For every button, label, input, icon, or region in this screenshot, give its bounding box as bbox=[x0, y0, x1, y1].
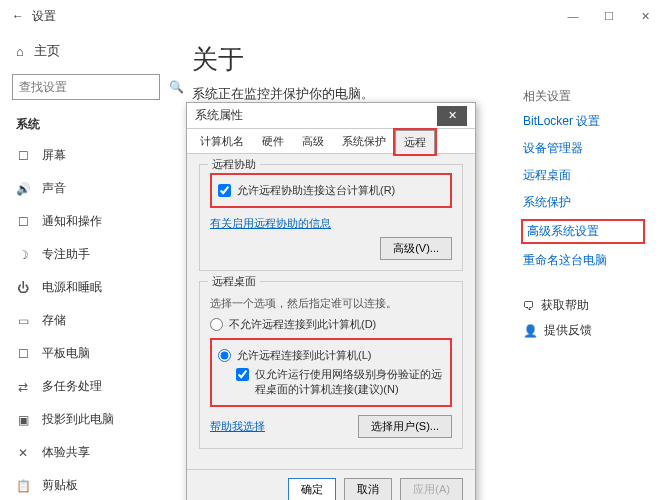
sidebar-item-7[interactable]: ⇄多任务处理 bbox=[0, 370, 172, 403]
sidebar-item-3[interactable]: ☽专注助手 bbox=[0, 238, 172, 271]
tab-system-protect[interactable]: 系统保护 bbox=[333, 129, 395, 153]
nav-label: 通知和操作 bbox=[42, 213, 102, 230]
allow-remote-label: 允许远程连接到此计算机(L) bbox=[237, 348, 371, 363]
nav-label: 多任务处理 bbox=[42, 378, 102, 395]
tab-remote[interactable]: 远程 bbox=[395, 130, 435, 154]
nav-icon: ☽ bbox=[16, 248, 30, 262]
allow-remote-assist-label: 允许远程协助连接这台计算机(R) bbox=[237, 183, 395, 198]
nav-label: 存储 bbox=[42, 312, 66, 329]
allow-remote-assist-checkbox[interactable] bbox=[218, 184, 231, 197]
maximize-button[interactable]: ☐ bbox=[591, 0, 627, 32]
apply-button[interactable]: 应用(A) bbox=[400, 478, 463, 500]
dialog-title: 系统属性 bbox=[195, 107, 243, 124]
sidebar-item-0[interactable]: ☐屏幕 bbox=[0, 139, 172, 172]
remote-assist-group: 远程协助 允许远程协助连接这台计算机(R) 有关启用远程协助的信息 高级(V).… bbox=[199, 164, 463, 271]
nav-label: 声音 bbox=[42, 180, 66, 197]
remote-desktop-note: 选择一个选项，然后指定谁可以连接。 bbox=[210, 296, 452, 311]
dialog-tabs: 计算机名 硬件 高级 系统保护 远程 bbox=[187, 129, 475, 154]
nav-label: 平板电脑 bbox=[42, 345, 90, 362]
dialog-close-button[interactable]: ✕ bbox=[437, 106, 467, 126]
help-me-choose-link[interactable]: 帮助我选择 bbox=[210, 419, 265, 434]
home-link[interactable]: ⌂ 主页 bbox=[0, 36, 172, 66]
help-link[interactable]: 🗨获取帮助 bbox=[523, 297, 643, 314]
feedback-icon: 👤 bbox=[523, 324, 538, 338]
rlink-bitlocker[interactable]: BitLocker 设置 bbox=[523, 113, 643, 130]
remote-assist-legend: 远程协助 bbox=[208, 157, 260, 172]
close-button[interactable]: ✕ bbox=[627, 0, 663, 32]
tab-hardware[interactable]: 硬件 bbox=[253, 129, 293, 153]
sidebar-item-8[interactable]: ▣投影到此电脑 bbox=[0, 403, 172, 436]
remote-assist-advanced-button[interactable]: 高级(V)... bbox=[380, 237, 452, 260]
nav-icon: 📋 bbox=[16, 479, 30, 493]
tab-computer-name[interactable]: 计算机名 bbox=[191, 129, 253, 153]
system-properties-dialog: 系统属性 ✕ 计算机名 硬件 高级 系统保护 远程 远程协助 允许远程协助连接这… bbox=[186, 102, 476, 500]
search-input[interactable] bbox=[19, 80, 169, 94]
cancel-button[interactable]: 取消 bbox=[344, 478, 392, 500]
disallow-remote-label: 不允许远程连接到此计算机(D) bbox=[229, 317, 376, 332]
ok-button[interactable]: 确定 bbox=[288, 478, 336, 500]
window-titlebar: ← 设置 — ☐ ✕ bbox=[0, 0, 663, 32]
nav-label: 投影到此电脑 bbox=[42, 411, 114, 428]
minimize-button[interactable]: — bbox=[555, 0, 591, 32]
home-icon: ⌂ bbox=[16, 44, 24, 59]
nav-icon: ⇄ bbox=[16, 380, 30, 394]
nav-icon: ✕ bbox=[16, 446, 30, 460]
nav-label: 剪贴板 bbox=[42, 477, 78, 494]
home-label: 主页 bbox=[34, 42, 60, 60]
nav-icon: ▣ bbox=[16, 413, 30, 427]
feedback-link[interactable]: 👤提供反馈 bbox=[523, 322, 643, 339]
sidebar-item-4[interactable]: ⏻电源和睡眠 bbox=[0, 271, 172, 304]
sidebar: ⌂ 主页 🔍 系统 ☐屏幕🔊声音☐通知和操作☽专注助手⏻电源和睡眠▭存储☐平板电… bbox=[0, 32, 172, 500]
sidebar-item-10[interactable]: 📋剪贴板 bbox=[0, 469, 172, 500]
tab-advanced[interactable]: 高级 bbox=[293, 129, 333, 153]
nav-icon: ☐ bbox=[16, 149, 30, 163]
help-icon: 🗨 bbox=[523, 299, 535, 313]
page-title: 关于 bbox=[192, 42, 643, 77]
sidebar-item-2[interactable]: ☐通知和操作 bbox=[0, 205, 172, 238]
related-settings: 相关设置 BitLocker 设置 设备管理器 远程桌面 系统保护 高级系统设置… bbox=[523, 88, 643, 347]
related-title: 相关设置 bbox=[523, 88, 643, 105]
sidebar-item-1[interactable]: 🔊声音 bbox=[0, 172, 172, 205]
sidebar-item-9[interactable]: ✕体验共享 bbox=[0, 436, 172, 469]
nla-checkbox[interactable] bbox=[236, 368, 249, 381]
remote-desktop-group: 远程桌面 选择一个选项，然后指定谁可以连接。 不允许远程连接到此计算机(D) 允… bbox=[199, 281, 463, 449]
remote-desktop-legend: 远程桌面 bbox=[208, 274, 260, 289]
select-users-button[interactable]: 选择用户(S)... bbox=[358, 415, 452, 438]
allow-remote-radio[interactable] bbox=[218, 349, 231, 362]
rlink-device-manager[interactable]: 设备管理器 bbox=[523, 140, 643, 157]
nav-label: 屏幕 bbox=[42, 147, 66, 164]
window-title: 设置 bbox=[32, 8, 56, 25]
nav-icon: ▭ bbox=[16, 314, 30, 328]
rlink-remote-desktop[interactable]: 远程桌面 bbox=[523, 167, 643, 184]
nla-label: 仅允许运行使用网络级别身份验证的远程桌面的计算机连接(建议)(N) bbox=[255, 367, 444, 397]
back-icon[interactable]: ← bbox=[12, 9, 24, 23]
nav-icon: ☐ bbox=[16, 347, 30, 361]
nav-icon: ⏻ bbox=[16, 281, 30, 295]
sidebar-item-6[interactable]: ☐平板电脑 bbox=[0, 337, 172, 370]
nav-label: 电源和睡眠 bbox=[42, 279, 102, 296]
remote-assist-info-link[interactable]: 有关启用远程协助的信息 bbox=[210, 217, 331, 229]
rlink-system-protect[interactable]: 系统保护 bbox=[523, 194, 643, 211]
sidebar-item-5[interactable]: ▭存储 bbox=[0, 304, 172, 337]
search-input-wrap[interactable]: 🔍 bbox=[12, 74, 160, 100]
nav-label: 体验共享 bbox=[42, 444, 90, 461]
rlink-advanced-system[interactable]: 高级系统设置 bbox=[523, 221, 643, 242]
nav-label: 专注助手 bbox=[42, 246, 90, 263]
disallow-remote-radio[interactable] bbox=[210, 318, 223, 331]
nav-icon: 🔊 bbox=[16, 182, 30, 196]
section-label: 系统 bbox=[0, 110, 172, 139]
rlink-rename-pc[interactable]: 重命名这台电脑 bbox=[523, 252, 643, 269]
nav-icon: ☐ bbox=[16, 215, 30, 229]
